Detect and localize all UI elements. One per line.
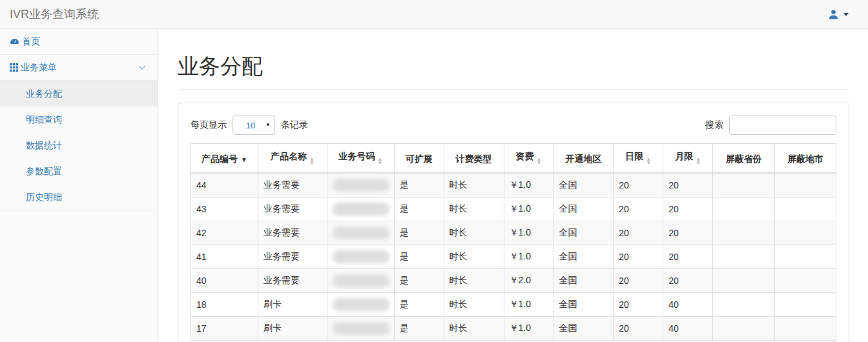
cell-daily-limit: 20 xyxy=(614,221,663,245)
sidebar-item-business-allocation[interactable]: 业务分配 xyxy=(0,81,158,106)
column-header-product-name[interactable]: 产品名称▲▼ xyxy=(258,144,327,174)
cell-service-number xyxy=(327,221,394,245)
cell-product-id: 17 xyxy=(191,317,258,341)
cell-expandable: 是 xyxy=(394,197,444,221)
column-header-blocked-city: 屏蔽地市 xyxy=(775,144,836,174)
sidebar-item-label: 首页 xyxy=(22,36,40,48)
cell-billing-type: 时长 xyxy=(444,245,504,269)
redacted-service-number xyxy=(333,179,389,192)
cell-fee: ￥1.0 xyxy=(504,221,553,245)
table-controls: 每页显示 10 ▼ 条记录 搜索 xyxy=(191,116,836,135)
cell-product-id: 44 xyxy=(191,173,258,197)
cell-region: 全国 xyxy=(553,317,614,341)
sort-both-icon: ▲▼ xyxy=(696,157,701,165)
redacted-service-number xyxy=(333,203,389,216)
page-length-select[interactable]: 10 xyxy=(232,116,275,135)
sidebar-item-detail-query[interactable]: 明细查询 xyxy=(0,106,158,132)
cell-daily-limit: 20 xyxy=(614,197,663,221)
table-header-row: 产品编号▼产品名称▲▼业务号码▲▼可扩展计费类型资费▲▼开通地区日限▲▼月限▲▼… xyxy=(191,144,836,174)
cell-region: 全国 xyxy=(553,245,614,269)
sidebar-item-label: 业务菜单 xyxy=(21,62,57,74)
cell-fee: ￥1.0 xyxy=(504,173,553,197)
cell-product-name: 业务需要 xyxy=(258,173,327,197)
cell-billing-type: 时长 xyxy=(444,197,504,221)
cell-fee: ￥2.0 xyxy=(504,269,553,293)
sidebar: 首页 业务菜单 业务分配 明细查询 数据统计 参数配置 xyxy=(0,29,158,342)
cell-product-id: 41 xyxy=(191,245,258,269)
cell-product-name: 刷卡 xyxy=(258,317,327,341)
sidebar-item-parameter-config[interactable]: 参数配置 xyxy=(0,158,158,184)
redacted-service-number xyxy=(333,274,389,287)
user-menu-toggle[interactable] xyxy=(828,9,849,20)
cell-service-number xyxy=(327,245,394,269)
sidebar-item-history-detail[interactable]: 历史明细 xyxy=(0,184,158,210)
grid-icon xyxy=(10,63,18,72)
cell-expandable: 是 xyxy=(394,173,444,197)
cell-blocked-city xyxy=(775,317,836,341)
cell-monthly-limit: 20 xyxy=(663,245,713,269)
column-label: 业务号码 xyxy=(338,151,375,161)
table-row: 44业务需要是时长￥1.0全国2020 xyxy=(191,173,836,197)
column-label: 产品名称 xyxy=(271,151,307,161)
cell-blocked-city xyxy=(775,269,836,293)
cell-blocked-province xyxy=(713,245,775,269)
cell-monthly-limit: 20 xyxy=(663,173,713,197)
sort-both-icon: ▲▼ xyxy=(309,157,315,165)
cell-blocked-city xyxy=(775,293,836,317)
app-title[interactable]: IVR业务查询系统 xyxy=(10,6,99,22)
column-label: 可扩展 xyxy=(406,154,433,164)
cell-region: 全国 xyxy=(553,293,614,317)
page-length-prefix-label: 每页显示 xyxy=(191,119,227,131)
cell-product-id: 40 xyxy=(191,269,258,293)
page-title: 业务分配 xyxy=(178,55,849,78)
cell-blocked-city xyxy=(775,245,836,269)
cell-blocked-city xyxy=(775,221,836,245)
cell-blocked-province xyxy=(713,269,775,293)
sidebar-item-data-statistics[interactable]: 数据统计 xyxy=(0,132,158,158)
cell-expandable: 是 xyxy=(394,317,444,341)
cell-fee: ￥1.0 xyxy=(504,197,553,221)
cell-expandable: 是 xyxy=(394,269,444,293)
business-submenu: 业务分配 明细查询 数据统计 参数配置 历史明细 xyxy=(0,81,158,210)
cell-billing-type: 时长 xyxy=(444,317,504,341)
cell-region: 全国 xyxy=(553,221,614,245)
redacted-service-number xyxy=(333,226,389,239)
cell-product-name: 业务需要 xyxy=(258,221,327,245)
column-header-daily-limit[interactable]: 日限▲▼ xyxy=(614,144,663,174)
caret-down-icon xyxy=(843,13,849,16)
column-header-product-id[interactable]: 产品编号▼ xyxy=(191,144,258,174)
sidebar-item-home[interactable]: 首页 xyxy=(0,29,158,55)
column-header-blocked-province: 屏蔽省份 xyxy=(713,144,775,174)
cell-monthly-limit: 20 xyxy=(663,269,713,293)
sort-both-icon: ▲▼ xyxy=(537,157,542,165)
table-row: 42业务需要是时长￥1.0全国2020 xyxy=(191,221,836,245)
column-label: 计费类型 xyxy=(456,154,492,164)
cell-product-name: 业务需要 xyxy=(258,269,327,293)
search-label: 搜索 xyxy=(705,119,723,131)
column-header-fee[interactable]: 资费▲▼ xyxy=(504,144,553,174)
cell-blocked-city xyxy=(775,197,836,221)
cell-blocked-province xyxy=(713,173,775,197)
cell-billing-type: 时长 xyxy=(444,293,504,317)
column-header-monthly-limit[interactable]: 月限▲▼ xyxy=(663,144,713,174)
column-label: 月限 xyxy=(675,151,693,161)
cell-service-number xyxy=(327,173,394,197)
cell-service-number xyxy=(327,293,394,317)
cell-expandable: 是 xyxy=(394,293,444,317)
cell-blocked-city xyxy=(775,173,836,197)
sort-both-icon: ▲▼ xyxy=(377,157,382,165)
search-input[interactable] xyxy=(729,116,836,135)
main-content: 业务分配 每页显示 10 ▼ 条记录 搜索 xyxy=(158,29,868,342)
sort-both-icon: ▲▼ xyxy=(646,157,651,165)
column-header-service-number[interactable]: 业务号码▲▼ xyxy=(327,144,394,174)
redacted-service-number xyxy=(333,322,389,335)
sidebar-item-business-menu[interactable]: 业务菜单 xyxy=(0,55,158,81)
cell-monthly-limit: 40 xyxy=(663,293,713,317)
column-label: 屏蔽地市 xyxy=(787,154,823,164)
cell-product-id: 18 xyxy=(191,293,258,317)
cell-product-id: 43 xyxy=(191,197,258,221)
cell-product-name: 刷卡 xyxy=(258,293,327,317)
dashboard-icon xyxy=(10,37,19,46)
column-header-expandable: 可扩展 xyxy=(394,144,444,174)
cell-fee: ￥1.0 xyxy=(504,317,553,341)
